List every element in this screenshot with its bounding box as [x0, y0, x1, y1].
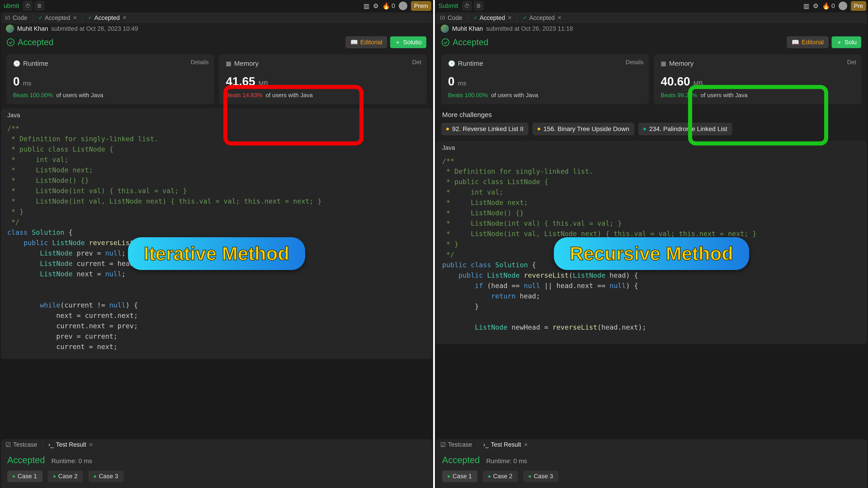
- streak-counter[interactable]: 🔥0: [382, 2, 395, 10]
- author-name[interactable]: Muhit Khan: [452, 25, 483, 32]
- testcase-tab[interactable]: ☑Testcase: [5, 441, 37, 449]
- case-2[interactable]: Case 2: [483, 470, 518, 482]
- tab-accepted-1[interactable]: ✓Accepted✕: [473, 14, 512, 22]
- clock-icon: 🕓: [13, 60, 20, 67]
- author-name[interactable]: Muhit Khan: [17, 25, 48, 32]
- tab-code[interactable]: ⟨/⟩Code: [5, 14, 27, 22]
- submitted-at: submitted at Oct 26, 2023 10:49: [51, 25, 138, 32]
- close-icon[interactable]: ✕: [123, 15, 127, 21]
- bottom-panel: ☑Testcase ›_Test Result✕ Accepted Runtim…: [1, 439, 432, 488]
- details-link[interactable]: Details: [626, 59, 644, 66]
- pass-dot-icon: [529, 475, 531, 478]
- timer-icon[interactable]: ⏱: [23, 1, 33, 11]
- tab-accepted-2[interactable]: ✓Accepted✕: [523, 14, 561, 22]
- pass-dot-icon: [488, 475, 491, 478]
- test-result-tab[interactable]: ›_Test Result✕: [483, 441, 528, 448]
- right-pane: Submit ⏱ 🗎 ▥ ⚙ 🔥0 Pre ⟨/⟩Code ✓Accepted✕…: [434, 0, 868, 488]
- case-2[interactable]: Case 2: [48, 470, 83, 482]
- difficulty-dot-icon: [537, 128, 540, 130]
- tab-row: ⟨/⟩Code ✓Accepted✕ ✓Accepted✕: [1, 13, 432, 23]
- premium-button[interactable]: Pre: [851, 1, 866, 11]
- runtime-value: 0: [448, 75, 455, 88]
- check-icon: ✓: [523, 15, 527, 21]
- timer-icon[interactable]: ⏱: [462, 1, 472, 11]
- challenge-chip-2[interactable]: 156. Binary Tree Upside Down: [532, 123, 634, 135]
- topbar: ubmit ⏱ 🗎 ▥ ⚙ 🔥0 Prem: [0, 0, 433, 12]
- check-icon: ✓: [38, 15, 42, 21]
- case-3[interactable]: Case 3: [88, 470, 124, 482]
- check-icon: ✓: [88, 15, 92, 21]
- details-link[interactable]: Details: [191, 59, 209, 66]
- details-link[interactable]: Det: [412, 59, 421, 66]
- close-icon[interactable]: ✕: [524, 442, 528, 448]
- note-icon[interactable]: 🗎: [474, 1, 484, 11]
- close-icon[interactable]: ✕: [89, 442, 93, 448]
- avatar[interactable]: [399, 2, 407, 10]
- difficulty-dot-icon: [446, 128, 449, 130]
- pass-dot-icon: [447, 475, 450, 478]
- result-runtime: Runtime: 0 ms: [486, 457, 527, 464]
- layout-icon[interactable]: ▥: [803, 2, 809, 10]
- close-icon[interactable]: ✕: [557, 15, 561, 21]
- layout-icon[interactable]: ▥: [364, 2, 369, 10]
- metrics-row: 🕓Runtime Details 0 ms Beats 100.00% of u…: [436, 50, 867, 108]
- code-icon: ⟨/⟩: [440, 15, 445, 21]
- result-title: Accepted: [453, 37, 488, 47]
- streak-counter[interactable]: 🔥0: [822, 2, 835, 10]
- author-avatar[interactable]: [441, 25, 449, 33]
- memory-value: 41.65: [226, 75, 255, 88]
- solution-button[interactable]: ＋Solutio: [390, 36, 426, 48]
- case-1[interactable]: Case 1: [442, 470, 477, 482]
- result-runtime: Runtime: 0 ms: [51, 457, 92, 464]
- bottom-panel: ☑Testcase ›_Test Result✕ Accepted Runtim…: [436, 439, 867, 488]
- overlay-badge-left: Iterative Method: [128, 237, 305, 270]
- close-icon[interactable]: ✕: [73, 15, 77, 21]
- tab-accepted-2[interactable]: ✓Accepted✕: [88, 14, 127, 22]
- author-avatar[interactable]: [6, 25, 14, 33]
- check-circle-icon: [7, 38, 14, 46]
- memory-value: 40.60: [661, 75, 690, 88]
- runtime-card[interactable]: 🕓Runtime Details 0 ms Beats 100.00% of u…: [6, 54, 214, 104]
- memory-card[interactable]: ▦Memory Det 41.65 MB Beats 14.83% of use…: [219, 54, 427, 104]
- language-label: Java: [1, 108, 432, 121]
- result-title: Accepted: [18, 37, 53, 47]
- gear-icon[interactable]: ⚙: [373, 2, 379, 10]
- tab-code[interactable]: ⟨/⟩Code: [440, 14, 462, 22]
- checkbox-icon: ☑: [5, 441, 11, 449]
- runtime-card[interactable]: 🕓Runtime Details 0 ms Beats 100.00% of u…: [441, 54, 649, 104]
- result-header: Accepted 📖Editorial ＋Solutio: [1, 34, 432, 50]
- avatar[interactable]: [839, 2, 847, 10]
- chip-icon: ▦: [226, 60, 231, 67]
- check-icon: ✓: [473, 15, 477, 21]
- gear-icon[interactable]: ⚙: [813, 2, 818, 10]
- details-link[interactable]: Det: [847, 59, 856, 66]
- case-1[interactable]: Case 1: [7, 470, 42, 482]
- note-icon[interactable]: 🗎: [35, 1, 44, 11]
- test-result-tab[interactable]: ›_Test Result✕: [49, 441, 93, 448]
- submission-author-row: Muhit Khan submitted at Oct 26, 2023 10:…: [1, 23, 432, 34]
- solution-button[interactable]: ＋Solu: [832, 36, 861, 48]
- editorial-button[interactable]: 📖Editorial: [787, 36, 829, 48]
- case-3[interactable]: Case 3: [523, 470, 559, 482]
- submit-button[interactable]: ubmit: [2, 1, 21, 10]
- more-challenges-row: 92. Reverse Linked List II 156. Binary T…: [436, 119, 867, 141]
- plus-icon: ＋: [395, 38, 401, 46]
- challenge-chip-1[interactable]: 92. Reverse Linked List II: [441, 123, 528, 135]
- challenge-chip-3[interactable]: 234. Palindrome Linked List: [638, 123, 733, 135]
- close-icon[interactable]: ✕: [508, 15, 512, 21]
- runtime-value: 0: [13, 75, 20, 88]
- left-pane: ubmit ⏱ 🗎 ▥ ⚙ 🔥0 Prem ⟨/⟩Code ✓Accepted✕…: [0, 0, 434, 488]
- more-challenges-label: More challenges: [436, 108, 867, 119]
- tab-row: ⟨/⟩Code ✓Accepted✕ ✓Accepted✕: [436, 13, 867, 23]
- submit-button[interactable]: Submit: [437, 1, 460, 10]
- terminal-icon: ›_: [49, 441, 54, 448]
- result-status: Accepted: [7, 455, 45, 465]
- split-comparison: ubmit ⏱ 🗎 ▥ ⚙ 🔥0 Prem ⟨/⟩Code ✓Accepted✕…: [0, 0, 868, 488]
- clock-icon: 🕓: [448, 60, 455, 67]
- plus-icon: ＋: [836, 38, 842, 46]
- premium-button[interactable]: Prem: [411, 1, 431, 11]
- memory-card[interactable]: ▦Memory Det 40.60 MB Beats 99.21% of use…: [654, 54, 862, 104]
- testcase-tab[interactable]: ☑Testcase: [440, 441, 472, 449]
- editorial-button[interactable]: 📖Editorial: [346, 36, 387, 48]
- tab-accepted-1[interactable]: ✓Accepted✕: [38, 14, 77, 22]
